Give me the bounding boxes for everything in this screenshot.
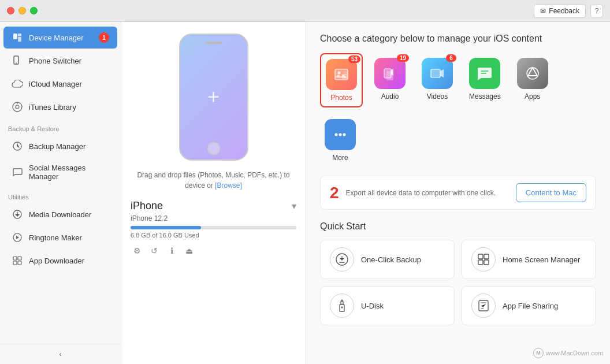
- apps-icon-svg: [525, 65, 541, 81]
- svg-rect-28: [484, 254, 489, 259]
- storage-fill: [131, 226, 201, 229]
- category-photos[interactable]: 53 Photos: [320, 53, 363, 107]
- category-grid: 53 Photos 19 Audi: [320, 53, 596, 166]
- storage-text: 6.8 GB of 16.0 GB Used: [131, 232, 296, 239]
- photos-badge: 53: [348, 55, 360, 63]
- svg-rect-2: [18, 37, 21, 42]
- feedback-button[interactable]: ✉ Feedback: [534, 4, 586, 18]
- drag-text: Drag and drop files (Photos, Music, PDFs…: [131, 170, 296, 191]
- export-row: 2 Export all device data to computer wit…: [320, 176, 596, 210]
- sidebar-itunes-label: iTunes Library: [29, 103, 76, 112]
- refresh-icon[interactable]: ↺: [148, 244, 161, 257]
- category-more[interactable]: More: [320, 114, 360, 166]
- device-actions: ⚙ ↺ ℹ ⏏: [131, 244, 296, 257]
- svg-point-25: [339, 133, 342, 136]
- sidebar-backup-label: Backup Manager: [29, 142, 85, 151]
- sidebar-item-media-downloader[interactable]: Media Downloader: [3, 203, 117, 225]
- photos-icon-wrap: 53: [326, 59, 357, 90]
- audio-badge: 19: [397, 54, 409, 62]
- minimize-button[interactable]: [18, 7, 26, 14]
- sidebar-item-social-messages[interactable]: Social Messages Manager: [3, 158, 117, 186]
- more-label: More: [332, 154, 348, 162]
- step-badge: 2: [330, 184, 339, 202]
- sidebar-media-downloader-label: Media Downloader: [29, 210, 91, 219]
- more-icon-bg: [325, 119, 356, 150]
- quick-item-app-file-sharing[interactable]: App File Sharing: [462, 286, 596, 325]
- category-section-title: Choose a category below to manage your i…: [320, 34, 596, 44]
- browse-link[interactable]: [Browse]: [215, 181, 242, 190]
- home-screen-manager-icon: [471, 247, 496, 272]
- category-videos[interactable]: 6 Videos: [417, 53, 458, 107]
- more-icon-wrap: [325, 119, 356, 150]
- messages-icon-svg: [477, 65, 493, 81]
- content-to-mac-button[interactable]: Content to Mac: [516, 183, 586, 202]
- app-file-sharing-label: App File Sharing: [503, 302, 558, 310]
- messages-label: Messages: [469, 92, 501, 101]
- sidebar-item-backup-manager[interactable]: Backup Manager: [3, 135, 117, 157]
- sidebar-collapse[interactable]: ‹: [0, 344, 121, 364]
- videos-icon-bg: [422, 58, 453, 89]
- watermark-text: www.MacDown.com: [546, 350, 603, 356]
- sidebar-item-ringtone-maker[interactable]: Ringtone Maker: [3, 226, 117, 248]
- close-button[interactable]: [7, 7, 14, 14]
- iphone-image: +: [179, 34, 248, 161]
- apps-label: Apps: [525, 92, 540, 101]
- one-click-backup-label: One-Click Backup: [361, 255, 421, 264]
- quick-item-home-screen-manager[interactable]: Home Screen Manager: [462, 240, 596, 279]
- sidebar-item-icloud-manager[interactable]: iCloud Manager: [3, 73, 117, 95]
- svg-rect-10: [18, 257, 21, 260]
- category-apps[interactable]: Apps: [512, 53, 553, 107]
- svg-rect-17: [344, 71, 347, 75]
- svg-point-23: [527, 68, 538, 79]
- device-name-row: iPhone ▾: [131, 200, 296, 212]
- photos-icon-bg: [326, 59, 357, 90]
- itunes-icon: [12, 101, 23, 113]
- sidebar-badge-1: 1: [99, 32, 109, 43]
- u-disk-icon: [330, 294, 354, 318]
- app-downloader-icon: [12, 255, 23, 266]
- category-audio[interactable]: 19 Audio: [370, 53, 410, 107]
- ringtone-icon: [12, 232, 23, 243]
- device-selector: iPhone ▾ iPhone 12.2 6.8 GB of 16.0 GB U…: [131, 200, 296, 257]
- title-bar: ✉ Feedback ?: [0, 0, 610, 22]
- quick-item-u-disk[interactable]: U-Disk: [320, 286, 455, 325]
- iphone-speaker: [205, 42, 222, 44]
- svg-point-6: [16, 105, 19, 109]
- svg-rect-27: [478, 254, 483, 259]
- photos-label: Photos: [330, 94, 352, 102]
- quick-item-one-click-backup[interactable]: One-Click Backup: [320, 240, 455, 279]
- audio-icon-wrap: 19: [374, 58, 406, 89]
- sidebar-item-itunes-library[interactable]: iTunes Library: [3, 96, 117, 118]
- sidebar-item-app-downloader[interactable]: App Downloader: [3, 250, 117, 272]
- svg-point-24: [335, 133, 338, 136]
- photos-icon-svg: [333, 66, 349, 83]
- phone-switcher-icon: [12, 55, 23, 66]
- iphone-body: +: [179, 34, 248, 161]
- backup-section-label: Backup & Restore: [0, 118, 121, 135]
- sidebar: Device Manager 1 Phone Switcher iCloud M…: [0, 22, 121, 364]
- right-panel: Choose a category below to manage your i…: [306, 22, 610, 364]
- svg-rect-12: [18, 261, 21, 265]
- sidebar-item-device-manager[interactable]: Device Manager 1: [3, 27, 117, 49]
- device-manager-icon: [12, 32, 23, 43]
- svg-point-14: [338, 72, 341, 75]
- device-dropdown-arrow[interactable]: ▾: [292, 200, 296, 211]
- sidebar-item-phone-switcher[interactable]: Phone Switcher: [3, 50, 117, 72]
- info-icon[interactable]: ℹ: [165, 244, 178, 257]
- backup-icon: [12, 140, 23, 152]
- messages-icon-wrap: [469, 58, 500, 89]
- settings-icon[interactable]: ⚙: [131, 244, 143, 257]
- audio-icon-bg: [374, 58, 406, 89]
- maximize-button[interactable]: [30, 7, 38, 14]
- sidebar-phone-switcher-label: Phone Switcher: [29, 57, 81, 65]
- eject-icon[interactable]: ⏏: [183, 244, 195, 257]
- export-description: Export all device data to computer with …: [346, 189, 516, 197]
- collapse-icon: ‹: [59, 350, 62, 358]
- sidebar-icloud-label: iCloud Manager: [29, 80, 82, 88]
- category-messages[interactable]: Messages: [464, 53, 505, 107]
- device-area: + Drag and drop files (Photos, Music, PD…: [121, 22, 306, 364]
- icloud-icon: [12, 78, 23, 90]
- app-file-sharing-icon: [471, 294, 496, 318]
- feedback-label: Feedback: [549, 7, 579, 15]
- help-button[interactable]: ?: [590, 5, 603, 17]
